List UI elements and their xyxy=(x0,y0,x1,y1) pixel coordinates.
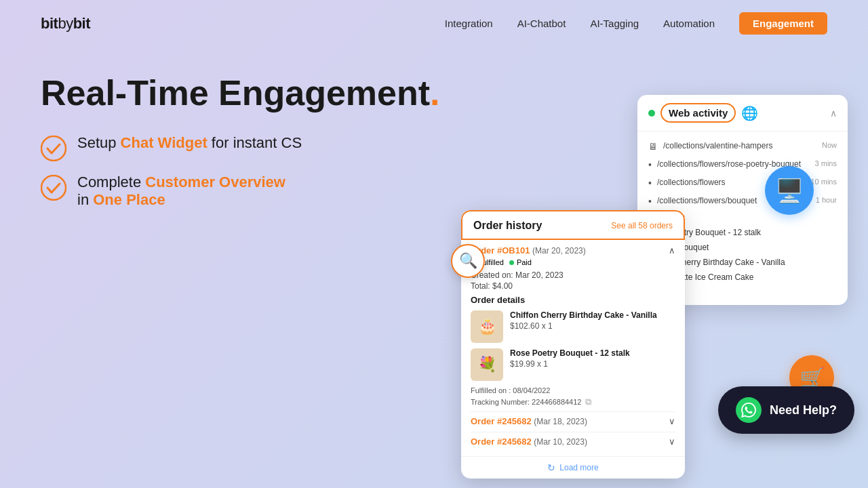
nav-automation[interactable]: Automation xyxy=(663,18,715,29)
web-path-3: /collections/flowers xyxy=(657,177,726,188)
order-item-1-image: 🎂 xyxy=(471,310,503,343)
paid-dot xyxy=(509,260,514,265)
nav-ai-tagging[interactable]: AI-Tagging xyxy=(590,18,639,29)
order-item-1-price: $102.60 x 1 xyxy=(510,321,675,331)
web-path-1: /collections/valentine-hampers xyxy=(663,140,772,152)
cake-emoji: 🎂 xyxy=(478,318,496,336)
nav-engagement[interactable]: Engagement xyxy=(739,12,827,35)
order-2-collapse[interactable]: ∨ xyxy=(669,416,675,426)
web-row-2: • /collections/flowers/rose-poetry-bouqu… xyxy=(637,155,848,174)
dot-icon-3: • xyxy=(648,178,652,188)
svg-point-0 xyxy=(41,136,66,161)
order-body: Order #OB101 (Mar 20, 2023) ∧ Fulfilled … xyxy=(461,240,685,456)
order-item-2-price: $19.99 x 1 xyxy=(510,359,675,369)
order-1-badges: Fulfilled Paid xyxy=(471,258,675,266)
logo-bit2: bit xyxy=(73,15,90,32)
order-tracking-row: Tracking Number: 224466884412 ⧉ xyxy=(471,396,675,407)
order-2-row: Order #245682 (Mar 18, 2023) ∨ xyxy=(471,411,675,430)
svg-point-1 xyxy=(41,176,66,200)
nav-ai-chatbot[interactable]: AI-Chatbot xyxy=(517,18,566,29)
order-history-card: Order history See all 58 orders Order #O… xyxy=(461,210,685,479)
order-history-title: Order history xyxy=(473,220,542,232)
online-indicator xyxy=(648,110,655,117)
order-created-on: Created on: Mar 20, 2023 xyxy=(471,270,675,280)
navbar: bitbybit Integration AI-Chatbot AI-Taggi… xyxy=(0,0,868,47)
order-total: Total: $4.00 xyxy=(471,281,675,291)
load-more-label: Load more xyxy=(559,463,598,472)
order-item-1: 🎂 Chiffon Cherry Birthday Cake - Vanilla… xyxy=(471,310,675,343)
logo: bitbybit xyxy=(41,15,90,33)
order-1-collapse[interactable]: ∧ xyxy=(669,245,675,256)
order-3-id[interactable]: Order #245682 xyxy=(471,436,532,447)
web-row-3: • /collections/flowers 10 mins xyxy=(637,174,848,192)
web-activity-title: Web activity xyxy=(660,103,736,123)
feature-1-highlight: Chat Widget xyxy=(121,134,208,151)
order-1-header: Order #OB101 (Mar 20, 2023) ∧ xyxy=(471,245,675,256)
web-row-4: • /collections/flowers/bouquet 1 hour xyxy=(637,192,848,210)
order-item-1-name: Chiffon Cherry Birthday Cake - Vanilla xyxy=(510,310,675,321)
screen-icon: 🖥 xyxy=(648,141,658,152)
see-all-orders-link[interactable]: See all 58 orders xyxy=(611,221,673,230)
whatsapp-svg xyxy=(741,403,756,418)
bouquet-emoji: 💐 xyxy=(478,356,496,373)
monitor-icon: 🖥️ xyxy=(775,177,804,204)
load-more-row[interactable]: ↻ Load more xyxy=(461,456,685,479)
globe-icon: 🌐 xyxy=(741,105,758,121)
order-item-2-name: Rose Poetry Bouquet - 12 stalk xyxy=(510,348,675,359)
web-time-3: 10 mins xyxy=(810,178,837,186)
web-activity-header: Web activity 🌐 ∧ xyxy=(637,95,848,131)
order-1-date: (Mar 20, 2023) xyxy=(532,246,586,256)
feature-2-highlight2: One Place xyxy=(93,191,165,208)
web-activity-title-row: Web activity 🌐 xyxy=(648,103,758,123)
order-item-2: 💐 Rose Poetry Bouquet - 12 stalk $19.99 … xyxy=(471,348,675,381)
logo-by: by xyxy=(58,15,73,32)
need-help-button[interactable]: Need Help? xyxy=(718,386,854,434)
order-item-2-image: 💐 xyxy=(471,348,503,381)
monitor-badge: 🖥️ xyxy=(765,166,814,215)
web-row-1: 🖥 /collections/valentine-hampers Now xyxy=(637,137,848,155)
paid-badge: Paid xyxy=(509,258,532,266)
feature-2-highlight1: Customer Overview xyxy=(145,174,285,190)
order-2-date: (Mar 18, 2023) xyxy=(534,417,587,426)
check-icon-1 xyxy=(41,136,66,161)
collapse-button[interactable]: ∧ xyxy=(830,108,837,119)
web-time-2: 3 mins xyxy=(815,159,837,167)
ui-area: 🖥️ Web activity 🌐 ∧ 🖥 /collections/valen… xyxy=(448,54,868,488)
order-2-id[interactable]: Order #245682 xyxy=(471,416,532,426)
logo-bit: bit xyxy=(41,15,58,32)
hero-title-text: Real-Time Engagement xyxy=(41,73,430,113)
nav-integration[interactable]: Integration xyxy=(445,18,493,29)
nav-links: Integration AI-Chatbot AI-Tagging Automa… xyxy=(445,12,827,35)
feature-2-text: Complete Customer Overviewin One Place xyxy=(77,174,285,209)
order-3-date: (Mar 10, 2023) xyxy=(534,437,587,447)
order-3-collapse[interactable]: ∨ xyxy=(669,436,675,447)
copy-icon[interactable]: ⧉ xyxy=(585,396,591,407)
need-help-label: Need Help? xyxy=(770,403,837,418)
order-fulfilled-on: Fulfilled on : 08/04/2022 xyxy=(471,386,675,394)
refresh-icon: ↻ xyxy=(547,462,555,473)
order-3-row: Order #245682 (Mar 10, 2023) ∨ xyxy=(471,432,675,451)
order-details-label: Order details xyxy=(471,295,675,305)
dot-icon-2: • xyxy=(648,159,652,170)
paid-label: Paid xyxy=(517,258,532,266)
whatsapp-icon xyxy=(736,397,762,423)
search-icon: 🔍 xyxy=(459,252,477,270)
web-time-4: 1 hour xyxy=(816,196,837,204)
feature-1-text: Setup Chat Widget for instant CS xyxy=(77,134,302,152)
web-path-4: /collections/flowers/bouquet xyxy=(657,195,757,207)
order-history-header: Order history See all 58 orders xyxy=(461,210,685,240)
tracking-label: Tracking Number: 224466884412 xyxy=(471,398,581,406)
check-icon-2 xyxy=(41,175,66,201)
hero-title-dot: . xyxy=(430,73,439,113)
web-time-1: Now xyxy=(822,141,837,149)
dot-icon-4: • xyxy=(648,196,652,207)
search-bubble: 🔍 xyxy=(451,244,485,278)
